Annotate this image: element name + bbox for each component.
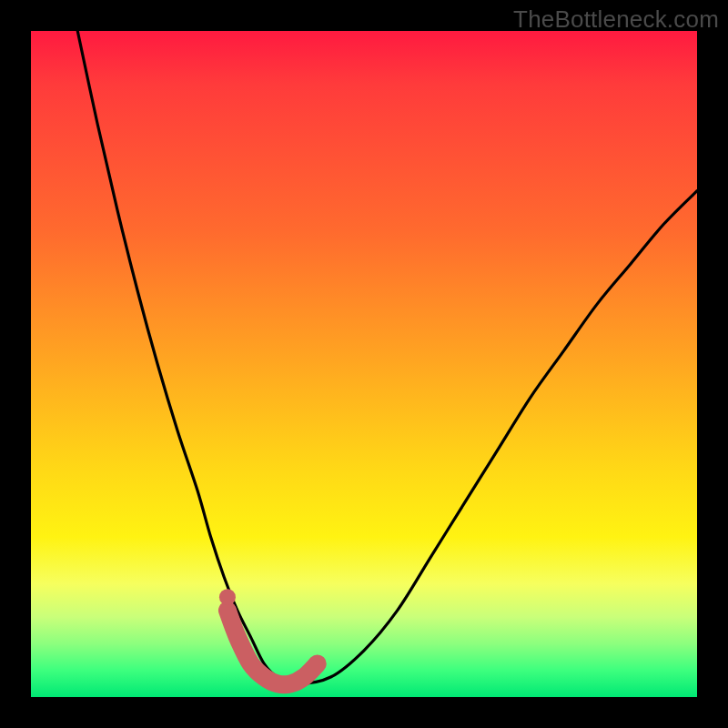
valley-highlight-dot	[219, 589, 236, 605]
watermark-text: TheBottleneck.com	[513, 5, 719, 34]
bottleneck-curve	[77, 31, 697, 683]
curve-svg	[31, 31, 697, 697]
plot-area	[31, 31, 697, 697]
outer-frame: TheBottleneck.com	[0, 0, 728, 728]
valley-highlight	[228, 611, 318, 684]
